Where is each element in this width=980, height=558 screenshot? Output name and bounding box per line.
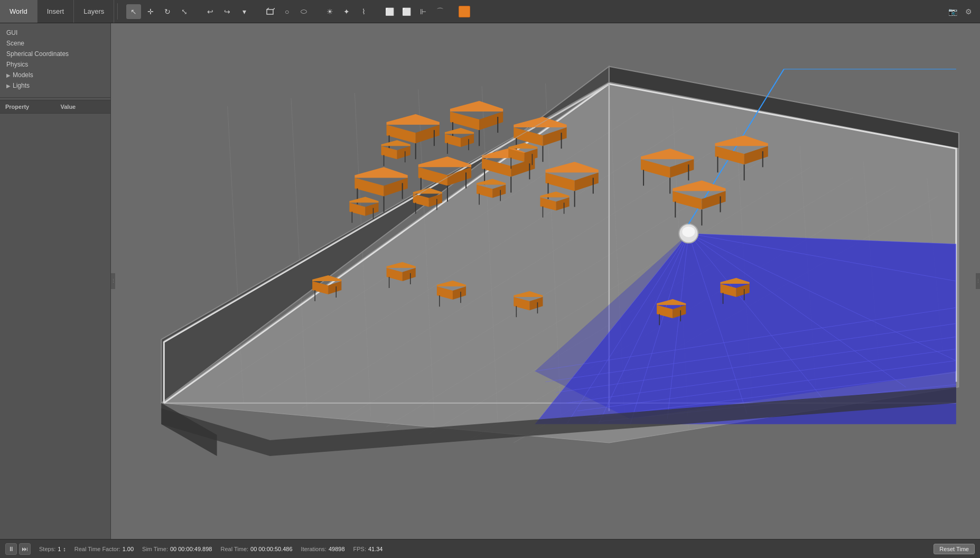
pause-button[interactable]: ⏸ (5, 543, 17, 555)
sidebar-item-scene[interactable]: Scene (0, 38, 110, 49)
lights-label: Lights (13, 82, 30, 89)
spherical-coordinates-label: Spherical Coordinates (6, 50, 69, 58)
reset-time-button[interactable]: Reset Time (934, 544, 975, 554)
steps-value: 1 (58, 546, 61, 552)
sun-light-button[interactable]: ☀ (322, 4, 337, 19)
redo-button[interactable]: ↪ (220, 4, 235, 19)
cylinder-tool-button[interactable]: ⬭ (296, 4, 311, 19)
steps-control: Steps: 1 ↕ (39, 546, 66, 552)
box-tool-button[interactable] (263, 4, 277, 19)
3d-scene (111, 23, 980, 539)
svg-rect-0 (267, 10, 273, 14)
sim-time-label: Sim Time: (142, 546, 168, 552)
sidebar-item-models[interactable]: ▶ Models (0, 70, 110, 80)
tabs-area: World Insert Layers (0, 0, 114, 23)
snap-button[interactable]: ⌒ (433, 4, 447, 19)
sidebar-divider (0, 97, 110, 98)
toolbar-tools: ↖ ✛ ↻ ⤡ ↩ ↪ ▾ ○ ⬭ ☀ ✦ ⌇ ⬜ ⬜ ⊩ ⌒ (126, 4, 470, 19)
scene-label: Scene (6, 40, 24, 47)
sidebar-item-lights[interactable]: ▶ Lights (0, 80, 110, 91)
properties-panel: Property Value (0, 100, 110, 539)
sidebar-item-gui[interactable]: GUI (0, 27, 110, 38)
property-column-header: Property (0, 103, 55, 111)
model-import-button[interactable]: ⬜ (399, 4, 414, 19)
real-time-control: Real Time: 00 00:00:50.486 (220, 546, 292, 552)
models-label: Models (13, 71, 33, 79)
real-time-value: 00 00:00:50.486 (250, 546, 293, 552)
pause-control: ⏸ ⏭ (5, 543, 31, 555)
fps-label: FPS: (353, 546, 366, 552)
iterations-value: 49898 (329, 546, 345, 552)
toolbar: World Insert Layers ↖ ✛ ↻ ⤡ ↩ ↪ ▾ ○ ⬭ ☀ … (0, 0, 980, 23)
real-time-factor-value: 1.00 (123, 546, 134, 552)
steps-label: Steps: (39, 546, 55, 552)
scale-tool-button[interactable]: ⤡ (177, 4, 192, 19)
point-light-button[interactable]: ✦ (339, 4, 354, 19)
sim-time-value: 00 00:00:49.898 (170, 546, 212, 552)
real-time-label: Real Time: (220, 546, 248, 552)
fps-control: FPS: 41.34 (353, 546, 383, 552)
properties-header: Property Value (0, 100, 110, 114)
align-button[interactable]: ⊩ (416, 4, 431, 19)
physics-label: Physics (6, 61, 28, 68)
right-resize-handle[interactable]: ⋮ (976, 273, 980, 289)
tab-layers[interactable]: Layers (74, 0, 114, 23)
directional-light-button[interactable]: ⌇ (356, 4, 371, 19)
value-column-header: Value (55, 103, 111, 111)
svg-line-2 (273, 8, 275, 10)
move-tool-button[interactable]: ✛ (143, 4, 158, 19)
statusbar: ⏸ ⏭ Steps: 1 ↕ Real Time Factor: 1.00 Si… (0, 539, 980, 558)
tab-insert[interactable]: Insert (38, 0, 74, 23)
main-area: GUI Scene Spherical Coordinates Physics … (0, 23, 980, 539)
fps-value: 41.34 (368, 546, 383, 552)
screenshot-button[interactable]: 📷 (946, 5, 959, 18)
settings-button[interactable]: ⚙ (962, 5, 975, 18)
lights-expand-icon: ▶ (6, 83, 11, 89)
sphere-tool-button[interactable]: ○ (279, 4, 294, 19)
real-time-factor-control: Real Time Factor: 1.00 (74, 546, 134, 552)
toolbar-separator-1 (117, 3, 118, 19)
toolbar-right: 📷 ⚙ (946, 5, 980, 18)
iterations-label: Iterations: (301, 546, 326, 552)
step-button[interactable]: ⏭ (19, 543, 31, 555)
sidebar: GUI Scene Spherical Coordinates Physics … (0, 23, 111, 539)
models-expand-icon: ▶ (6, 72, 11, 78)
iterations-control: Iterations: 49898 (301, 546, 345, 552)
real-time-factor-label: Real Time Factor: (74, 546, 120, 552)
undo-button[interactable]: ↩ (203, 4, 218, 19)
gui-label: GUI (6, 29, 17, 36)
tab-world[interactable]: World (0, 0, 38, 23)
svg-point-51 (682, 227, 695, 237)
rotate-tool-button[interactable]: ↻ (160, 4, 175, 19)
left-resize-handle[interactable]: ⋮ (111, 273, 115, 289)
sidebar-item-physics[interactable]: Physics (0, 59, 110, 70)
sidebar-item-spherical-coordinates[interactable]: Spherical Coordinates (0, 49, 110, 59)
sim-time-control: Sim Time: 00 00:00:49.898 (142, 546, 212, 552)
dropdown-arrow[interactable]: ▾ (237, 4, 251, 19)
cam-import-button[interactable]: ⬜ (382, 4, 397, 19)
viewport[interactable]: ⋮ (111, 23, 980, 539)
select-tool-button[interactable]: ↖ (126, 4, 141, 19)
color-swatch[interactable] (459, 6, 470, 17)
steps-arrow: ↕ (63, 546, 66, 552)
sidebar-menu: GUI Scene Spherical Coordinates Physics … (0, 23, 110, 95)
